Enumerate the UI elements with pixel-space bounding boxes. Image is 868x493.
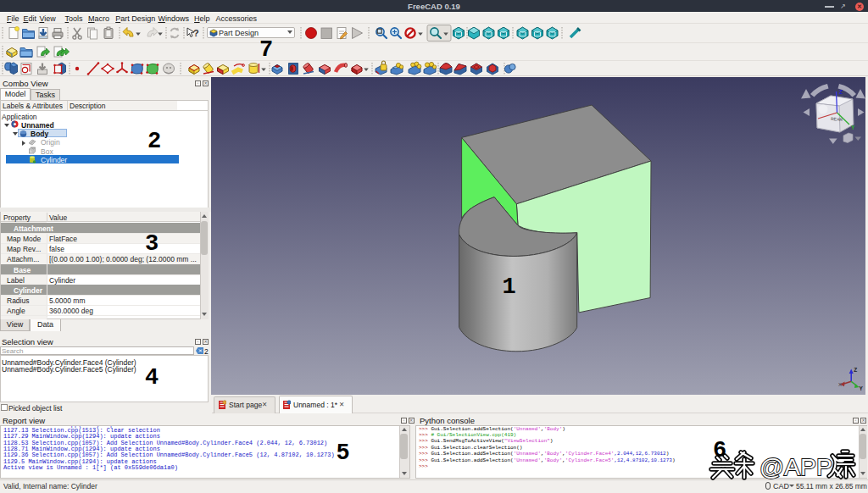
svg-text:@APP: @APP: [760, 453, 832, 480]
svg-text:Z: Z: [839, 89, 843, 95]
svg-text:Z: Z: [854, 367, 857, 373]
svg-text:Y: Y: [851, 125, 855, 130]
svg-text:Y: Y: [860, 385, 864, 391]
svg-text:?: ?: [193, 28, 199, 38]
svg-text:X: X: [838, 382, 842, 387]
